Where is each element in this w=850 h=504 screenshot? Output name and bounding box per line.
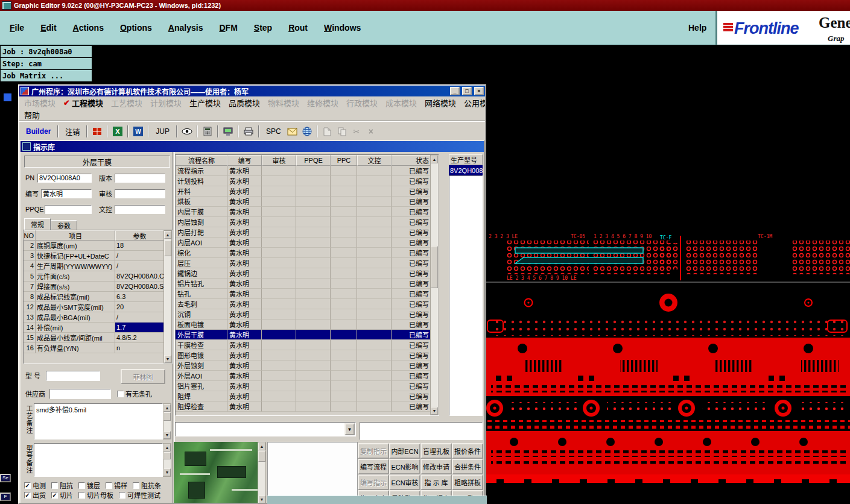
action-button-1-0[interactable]: 编写流程 xyxy=(358,459,389,474)
exit-icon[interactable] xyxy=(90,125,104,138)
param-row-7[interactable]: 13成品最小BGA(mil)/ xyxy=(24,312,172,323)
model-note-scrollbar[interactable]: ▲ ▼ xyxy=(163,443,171,477)
scroll-down-icon[interactable]: ▼ xyxy=(164,355,171,363)
action-button-2-0[interactable]: 编写指示 xyxy=(358,474,389,490)
pcb-canvas[interactable]: 2 3 2 3 LE TC-05 1 2 3 4 5 6 7 8 9 10 TC… xyxy=(486,232,850,485)
process-row-1[interactable]: 计划投料黄水明已编写 xyxy=(176,176,439,186)
builder-button[interactable]: Builder xyxy=(22,124,55,139)
checkbox-1-0[interactable]: ✓出货 xyxy=(24,490,46,500)
process-scrollbar[interactable]: ▲ ▼ xyxy=(430,155,439,415)
scroll-up-icon[interactable]: ▲ xyxy=(163,444,171,452)
menu-file[interactable]: File xyxy=(10,23,24,33)
checkbox-1-3[interactable]: 可焊性测试 xyxy=(119,490,160,500)
erp-titlebar[interactable]: 广州程序：深圳市必有德计算机软件技术有限公司——使用者：杨军 _ □ × xyxy=(19,86,485,96)
process-row-20[interactable]: 外层AOI黄水明已编写 xyxy=(176,371,439,381)
model-list-body[interactable] xyxy=(449,175,483,416)
erp-module-tab-11[interactable]: 公用模块 xyxy=(464,97,486,109)
hole-checkbox[interactable]: 有无条孔 xyxy=(117,389,152,398)
process-row-17[interactable]: 干膜检查黄水明已编写 xyxy=(176,340,439,350)
printer-icon[interactable] xyxy=(241,125,256,138)
scroll-down-icon[interactable]: ▼ xyxy=(258,496,265,503)
checkbox-0-0[interactable]: ✓电测 xyxy=(24,480,46,490)
process-row-16[interactable]: 外层干膜黄水明已编写 xyxy=(176,330,439,340)
scroll-up-icon[interactable]: ▲ xyxy=(258,443,265,450)
scroll-down-icon[interactable]: ▼ xyxy=(163,431,171,439)
param-row-2[interactable]: 4生产周期(YYWW/WWYY)/ xyxy=(24,261,172,271)
menu-rout[interactable]: Rout xyxy=(288,23,308,33)
menu-help[interactable]: Help xyxy=(688,11,706,45)
param-row-6[interactable]: 12成品最小SMT宽度(mil)20 xyxy=(24,302,172,312)
scroll-thumb[interactable] xyxy=(431,246,438,288)
menu-windows[interactable]: Windows xyxy=(324,23,361,33)
doc-input[interactable] xyxy=(115,205,165,214)
scroll-thumb[interactable] xyxy=(164,241,171,256)
process-row-10[interactable]: 鑼锅边黄水明已编写 xyxy=(176,268,439,279)
checkbox-1-1[interactable]: ✓切片 xyxy=(51,490,73,500)
side-button-se[interactable]: Se xyxy=(0,474,11,482)
erp-tab-help[interactable]: 帮助 xyxy=(24,109,40,121)
menu-dfm[interactable]: DFM xyxy=(219,23,237,33)
tab-parameters[interactable]: 参数 xyxy=(51,220,77,230)
mail-icon[interactable] xyxy=(285,125,300,138)
maximize-button[interactable]: □ xyxy=(462,87,472,95)
erp-module-tab-1[interactable]: ✔工程模块 xyxy=(63,97,103,109)
param-row-3[interactable]: 5元件面(c/s)8V2QH008A0.CS xyxy=(24,271,172,282)
scroll-down-icon[interactable]: ▼ xyxy=(431,407,438,415)
excel-icon[interactable]: X xyxy=(110,125,125,138)
action-button-2-2[interactable]: 指 示 库 xyxy=(420,474,452,490)
checkbox-0-4[interactable]: 阻抗条 xyxy=(133,480,161,490)
process-row-3[interactable]: 烘板黄水明已编写 xyxy=(176,197,439,207)
process-row-12[interactable]: 钻孔黄水明已编写 xyxy=(176,289,439,299)
param-row-8[interactable]: 14补偿(mil)1.7 xyxy=(24,323,172,333)
action-button-1-2[interactable]: 修改申请 xyxy=(420,459,452,474)
eye-icon[interactable] xyxy=(180,125,194,138)
process-note-scrollbar[interactable]: ▲ ▼ xyxy=(163,403,171,439)
process-note-box[interactable]: smd多补偿0.5mil xyxy=(34,403,163,439)
process-row-8[interactable]: 棕化黄水明已编写 xyxy=(176,248,439,258)
action-button-0-1[interactable]: 内部ECN xyxy=(389,443,420,459)
process-row-14[interactable]: 沉铜黄水明已编写 xyxy=(176,309,439,320)
writer-input[interactable]: 黄水明 xyxy=(41,189,92,198)
action-button-2-1[interactable]: ECN审核 xyxy=(389,474,420,490)
terminal-icon[interactable] xyxy=(221,125,235,138)
spc-button[interactable]: SPC xyxy=(262,124,285,139)
process-combobox[interactable]: ▼ xyxy=(175,422,356,436)
action-button-1-1[interactable]: ECN影响 xyxy=(389,459,420,474)
param-row-9[interactable]: 15成品最小线宽/间距(mil4.8/5.2 xyxy=(24,333,172,343)
jup-button[interactable]: JUP xyxy=(151,124,174,139)
model-input[interactable] xyxy=(46,371,100,381)
menu-options[interactable]: Options xyxy=(120,23,152,33)
dropdown-icon[interactable]: ▼ xyxy=(344,423,355,435)
model-list-selected[interactable]: 8V2QH008A xyxy=(449,165,483,175)
param-scrollbar[interactable]: ▲ ▼ xyxy=(163,230,172,364)
param-row-5[interactable]: 8成品标识线宽(mil)6.3 xyxy=(24,292,172,302)
ppqe-input[interactable] xyxy=(45,205,92,214)
job-field[interactable]: Job : 8v2qh008a0 xyxy=(0,45,92,58)
action-button-0-2[interactable]: 盲埋孔板 xyxy=(420,443,452,459)
param-row-4[interactable]: 7焊接面(s/s)8V2QH008A0.SS xyxy=(24,282,172,292)
process-row-15[interactable]: 板面电镀黄水明已编写 xyxy=(176,320,439,330)
param-row-10[interactable]: 16有负焊盘(Y/N)n xyxy=(24,343,172,353)
scroll-up-icon[interactable]: ▲ xyxy=(164,231,171,239)
process-row-11[interactable]: 铝片钻孔黄水明已编写 xyxy=(176,279,439,289)
param-row-0[interactable]: 2底铜厚度(um)18 xyxy=(24,241,172,251)
side-button-f[interactable]: F xyxy=(0,493,11,501)
scroll-thumb[interactable] xyxy=(163,452,171,459)
action-button-0-3[interactable]: 报价条件 xyxy=(452,443,483,459)
model-note-box[interactable] xyxy=(34,443,163,477)
film-button[interactable]: 菲林图 xyxy=(121,369,165,384)
photo-scrollbar[interactable]: ▲ ▼ xyxy=(258,442,266,504)
process-row-6[interactable]: 内层打靶黄水明已编写 xyxy=(176,227,439,238)
minimize-button[interactable]: _ xyxy=(450,87,460,95)
main-titlebar[interactable]: Graphic Editor 9.02c2 (00@HY-P3CAM-PC23 … xyxy=(0,0,850,11)
globe-icon[interactable] xyxy=(300,125,314,138)
scroll-up-icon[interactable]: ▲ xyxy=(431,156,438,163)
process-row-18[interactable]: 图形电镀黄水明已编写 xyxy=(176,350,439,361)
action-button-0-0[interactable]: 复制指示 xyxy=(358,443,389,459)
param-row-1[interactable]: 3快捷标记(FP+UL+DateC/ xyxy=(24,251,172,261)
process-row-19[interactable]: 外层蚀刻黄水明已编写 xyxy=(176,361,439,371)
scroll-down-icon[interactable]: ▼ xyxy=(163,468,171,476)
menu-actions[interactable]: Actions xyxy=(73,23,104,33)
scroll-thumb[interactable] xyxy=(258,451,265,462)
process-row-13[interactable]: 去毛刺黄水明已编写 xyxy=(176,299,439,309)
